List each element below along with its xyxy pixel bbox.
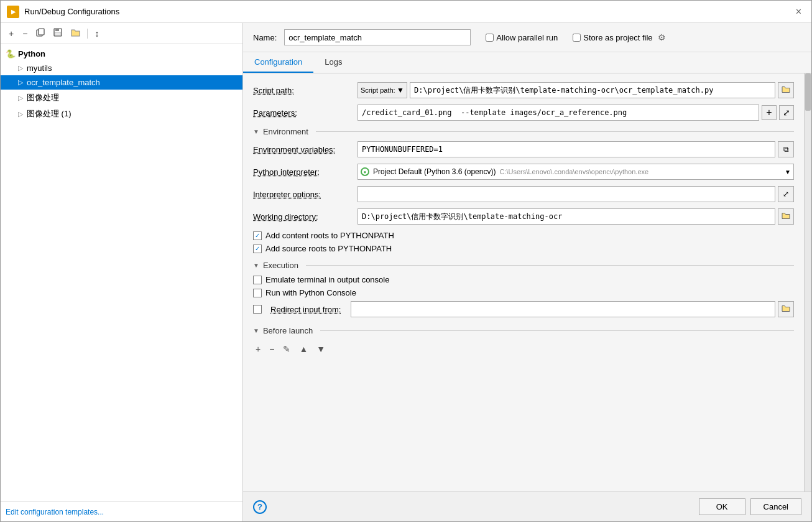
remove-config-button[interactable]: −	[19, 27, 30, 40]
run-python-console-row: Run with Python Console	[253, 288, 794, 297]
folder-browse-icon3	[782, 305, 790, 314]
right-scrollbar[interactable]	[804, 73, 811, 492]
help-button[interactable]: ?	[253, 500, 267, 514]
save-icon	[53, 29, 62, 39]
svg-rect-6	[55, 32, 61, 35]
plus-icon: +	[9, 29, 14, 39]
ok-button[interactable]: OK	[699, 498, 745, 515]
interpreter-options-expand-button[interactable]: ⤢	[778, 186, 794, 202]
before-launch-section-header[interactable]: ▼ Before launch	[253, 326, 794, 335]
script-path-dropdown[interactable]: Script path: ▼	[358, 82, 407, 98]
script-path-wrap: Script path: ▼	[358, 82, 794, 98]
save-config-button[interactable]	[50, 26, 65, 40]
redirect-input-browse-button[interactable]	[778, 301, 794, 317]
expand-icon2: ⤢	[783, 190, 789, 198]
parameters-label: Parameters:	[253, 108, 353, 118]
cancel-button[interactable]: Cancel	[750, 498, 801, 515]
snake-icon: 🐍	[6, 49, 16, 58]
add-content-roots-checkbox[interactable]	[253, 231, 262, 240]
env-vars-input[interactable]	[358, 141, 775, 157]
interpreter-options-row: Interpreter options: ⤢	[253, 186, 794, 202]
gear-icon[interactable]: ⚙	[658, 32, 666, 42]
group-label: Python	[18, 49, 45, 58]
left-bottom: Edit configuration templates...	[1, 501, 242, 521]
config-icon2: ▷	[18, 94, 23, 102]
copy-config-button[interactable]	[33, 26, 48, 40]
copy-small-icon: ⧉	[783, 145, 789, 154]
config-scroll-container: Script path: Script path: ▼	[243, 73, 811, 492]
interpreter-options-input[interactable]	[358, 186, 775, 202]
run-python-console-checkbox[interactable]	[253, 289, 262, 297]
tree-item-label3: 图像处理 (1)	[27, 108, 72, 119]
execution-section-header[interactable]: ▼ Execution	[253, 261, 794, 270]
emulate-terminal-row: Emulate terminal in output console	[253, 275, 794, 284]
tree-item-myutils[interactable]: ▷ myutils	[1, 61, 242, 75]
environment-section-label: Environment	[263, 127, 308, 136]
add-source-roots-row: Add source roots to PYTHONPATH	[253, 244, 794, 253]
store-as-project-file-checkbox[interactable]	[573, 34, 581, 42]
name-input[interactable]	[284, 29, 471, 45]
before-launch-add-button[interactable]: +	[253, 343, 263, 355]
allow-parallel-run-checkbox[interactable]	[486, 34, 494, 42]
script-path-input[interactable]	[410, 82, 775, 98]
close-button[interactable]: ×	[792, 5, 805, 19]
interpreter-path: C:\Users\Lenovo\.conda\envs\opencv\pytho…	[499, 168, 648, 175]
tree-item-label2: 图像处理	[27, 92, 59, 103]
add-source-roots-checkbox[interactable]	[253, 245, 262, 253]
working-directory-browse-button[interactable]	[778, 208, 794, 225]
working-directory-input[interactable]	[358, 208, 775, 225]
parameters-add-button[interactable]: +	[762, 105, 777, 120]
toolbar-separator	[87, 29, 88, 39]
before-launch-down-button[interactable]: ▼	[314, 343, 328, 355]
svg-text:▶: ▶	[11, 9, 16, 15]
tree-item-tupianchuli1[interactable]: ▷ 图像处理	[1, 90, 242, 106]
tree-item-tupianchuli2[interactable]: ▷ 图像处理 (1)	[1, 106, 242, 122]
before-launch-up-button[interactable]: ▲	[297, 343, 310, 355]
python-interpreter-select[interactable]: ● Project Default (Python 3.6 (opencv)) …	[358, 164, 794, 180]
title-bar: ▶ Run/Debug Configurations ×	[1, 1, 811, 23]
interpreter-status-icon: ●	[361, 167, 369, 176]
script-path-browse-button[interactable]	[778, 82, 794, 98]
interpreter-name: Project Default (Python 3.6 (opencv))	[373, 167, 496, 176]
chevron-down-icon: ▼	[397, 86, 404, 95]
redirect-input-wrap	[351, 301, 794, 317]
env-vars-row: Environment variables: ⧉	[253, 141, 794, 157]
svg-rect-3	[39, 29, 44, 35]
move-config-button[interactable]: ↕	[91, 27, 102, 40]
parameters-input[interactable]	[358, 105, 759, 121]
redirect-input-checkbox[interactable]	[253, 305, 262, 314]
tab-logs[interactable]: Logs	[313, 52, 353, 73]
right-header: Name: Allow parallel run Store as projec…	[243, 23, 811, 52]
folder-config-button[interactable]	[68, 27, 83, 40]
working-directory-wrap	[358, 208, 794, 225]
parameters-expand-button[interactable]: ⤢	[779, 105, 794, 120]
before-launch-edit-button[interactable]: ✎	[280, 343, 293, 355]
before-launch-section: ▼ Before launch + − ✎ ▲ ▼	[253, 326, 794, 358]
execution-section: ▼ Execution Emulate terminal in output c…	[253, 261, 794, 317]
edit-templates-link[interactable]: Edit configuration templates...	[6, 508, 104, 516]
add-config-button[interactable]: +	[6, 27, 17, 40]
env-vars-browse-button[interactable]: ⧉	[778, 141, 794, 157]
interpreter-options-label: Interpreter options:	[253, 190, 353, 199]
before-launch-remove-button[interactable]: −	[267, 343, 277, 355]
config-icon-selected: ▷	[18, 78, 23, 86]
tree-group-python: 🐍 Python	[1, 47, 242, 61]
allow-parallel-run-group: Allow parallel run	[486, 33, 558, 42]
run-debug-configurations-window: ▶ Run/Debug Configurations × + −	[0, 0, 812, 522]
tab-configuration[interactable]: Configuration	[243, 52, 313, 73]
left-panel: + −	[1, 23, 243, 521]
store-as-project-file-group: Store as project file ⚙	[573, 32, 665, 42]
environment-section-header[interactable]: ▼ Environment	[253, 127, 794, 136]
redirect-input-row: Redirect input from:	[253, 301, 794, 317]
env-vars-wrap: ⧉	[358, 141, 794, 157]
python-interpreter-row: Python interpreter: ● Project Default (P…	[253, 164, 794, 180]
environment-toggle-icon: ▼	[253, 128, 259, 135]
redirect-input-input[interactable]	[351, 301, 775, 317]
bottom-bar: ? OK Cancel	[243, 492, 811, 521]
action-buttons: OK Cancel	[699, 498, 801, 515]
before-launch-toolbar: + − ✎ ▲ ▼	[253, 340, 794, 358]
allow-parallel-run-label: Allow parallel run	[496, 33, 558, 42]
redirect-input-label: Redirect input from:	[270, 305, 341, 314]
emulate-terminal-checkbox[interactable]	[253, 276, 262, 284]
tree-item-ocr-template-match[interactable]: ▷ ocr_template_match	[1, 75, 242, 90]
